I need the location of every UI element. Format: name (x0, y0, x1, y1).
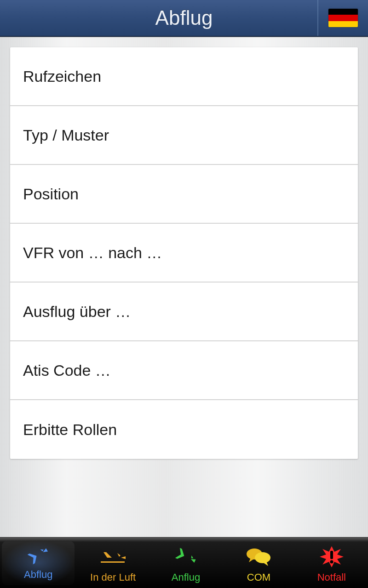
plane-landing-icon (172, 544, 200, 570)
list-item-label: Erbitte Rollen (23, 421, 117, 439)
svg-rect-0 (101, 561, 125, 563)
tab-label: COM (247, 571, 270, 583)
list-item-label: Position (23, 185, 79, 203)
tab-bar: Abflug In der Luft Anflug (0, 537, 368, 588)
language-flag-button[interactable] (317, 0, 368, 36)
tab-label: Notfall (317, 571, 346, 583)
svg-point-5 (330, 560, 333, 564)
tab-label: Abflug (24, 569, 52, 581)
list-item[interactable]: Ausflug über … (10, 283, 358, 341)
tab-in-der-luft[interactable]: In der Luft (76, 538, 149, 588)
list-item[interactable]: Typ / Muster (10, 106, 358, 165)
menu-list: Rufzeichen Typ / Muster Position VFR von… (10, 47, 358, 459)
page-title: Abflug (155, 6, 213, 29)
header-bar: Abflug (0, 0, 368, 37)
list-item-label: Typ / Muster (23, 126, 109, 144)
tab-label: In der Luft (90, 571, 136, 583)
list-item[interactable]: Erbitte Rollen (10, 400, 358, 459)
list-item-label: VFR von … nach … (23, 244, 162, 262)
tab-notfall[interactable]: Notfall (295, 538, 368, 588)
tab-abflug[interactable]: Abflug (2, 541, 75, 585)
plane-cruise-icon (99, 544, 127, 570)
alert-burst-icon (319, 544, 345, 570)
plane-takeoff-icon (24, 543, 52, 567)
tab-com[interactable]: COM (222, 538, 295, 588)
content-area: Rufzeichen Typ / Muster Position VFR von… (0, 37, 368, 537)
list-item[interactable]: VFR von … nach … (10, 224, 358, 283)
german-flag-icon (328, 9, 358, 27)
list-item[interactable]: Rufzeichen (10, 47, 358, 106)
tab-anflug[interactable]: Anflug (150, 538, 222, 588)
svg-point-2 (255, 552, 270, 563)
chat-bubbles-icon (245, 544, 272, 570)
svg-rect-4 (330, 551, 333, 559)
list-item[interactable]: Atis Code … (10, 341, 358, 400)
tab-label: Anflug (172, 571, 200, 583)
list-item[interactable]: Position (10, 165, 358, 224)
list-item-label: Rufzeichen (23, 68, 101, 85)
list-item-label: Atis Code … (23, 362, 111, 379)
list-item-label: Ausflug über … (23, 303, 131, 321)
